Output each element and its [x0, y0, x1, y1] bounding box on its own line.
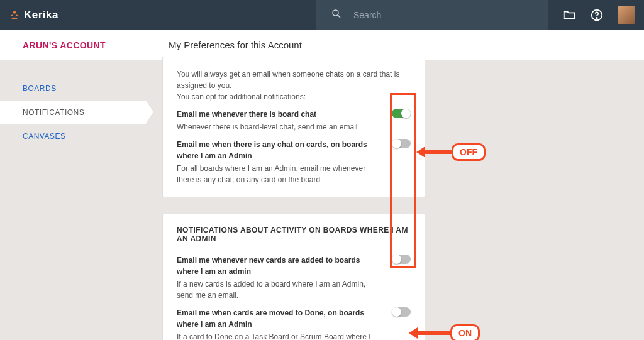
card-chat-notifications: You will always get an email when someon… [162, 57, 425, 197]
sidebar-item-boards[interactable]: BOARDS [0, 77, 146, 101]
pref-title: Email me whenever there is board chat [177, 109, 379, 120]
logo-icon [9, 9, 20, 21]
pref-card-chat-admin: Email me when there is any chat on cards… [177, 139, 411, 185]
svg-line-2 [338, 15, 340, 18]
search-box[interactable] [316, 0, 548, 30]
card-desc: You will always get an email when someon… [177, 69, 411, 102]
help-icon[interactable] [590, 8, 604, 22]
pref-desc: For all boards where I am an Admin, emai… [177, 163, 379, 185]
app-logo[interactable]: Kerika [9, 9, 58, 21]
pref-desc: If a card to Done on a Task Board or Scr… [177, 331, 379, 340]
toggle-new-cards[interactable] [392, 255, 411, 264]
pref-board-chat: Email me whenever there is board chat Wh… [177, 109, 411, 133]
pref-title: Email me when there is any chat on cards… [177, 139, 379, 162]
avatar[interactable] [618, 6, 635, 24]
account-name: ARUN'S ACCOUNT [23, 40, 106, 50]
annotation-label-on: ON [450, 324, 480, 340]
toggle-board-chat[interactable] [392, 109, 411, 118]
svg-point-1 [333, 10, 338, 16]
search-icon [331, 8, 342, 22]
top-bar: Kerika [0, 0, 644, 30]
pref-moved-done: Email me when cards are moved to Done, o… [177, 307, 411, 340]
pref-title: Email me whenever new cards are added to… [177, 255, 379, 277]
pref-title: Email me when cards are moved to Done, o… [177, 307, 379, 330]
folder-icon[interactable] [562, 8, 576, 22]
annotation-callout-on: ON [416, 324, 480, 340]
toggle-moved-done[interactable] [392, 307, 411, 317]
toggle-card-chat-admin[interactable] [392, 139, 411, 148]
sub-header: ARUN'S ACCOUNT My Preferences for this A… [0, 30, 644, 60]
svg-point-0 [13, 11, 16, 14]
pref-desc: Whenever there is board-level chat, send… [177, 121, 379, 133]
pref-new-cards: Email me whenever new cards are added to… [177, 255, 411, 301]
sidebar-item-notifications[interactable]: NOTIFICATIONS [0, 101, 146, 124]
search-input[interactable] [353, 10, 517, 20]
top-bar-actions [562, 6, 635, 24]
page-title: My Preferences for this Account [169, 40, 302, 50]
sidebar-item-canvases[interactable]: CANVASES [0, 124, 146, 148]
main-content: You will always get an email when someon… [146, 60, 644, 340]
sidebar: BOARDS NOTIFICATIONS CANVASES [0, 60, 146, 340]
section-head: NOTIFICATIONS ABOUT ACTIVITY ON BOARDS W… [177, 226, 411, 243]
annotation-callout-off: OFF [424, 143, 486, 161]
annotation-label-off: OFF [452, 143, 486, 161]
logo-text: Kerika [24, 9, 58, 21]
pref-desc: If a new cards is added to a board where… [177, 278, 379, 301]
card-activity-admin: NOTIFICATIONS ABOUT ACTIVITY ON BOARDS W… [162, 214, 425, 340]
svg-point-4 [596, 18, 597, 18]
